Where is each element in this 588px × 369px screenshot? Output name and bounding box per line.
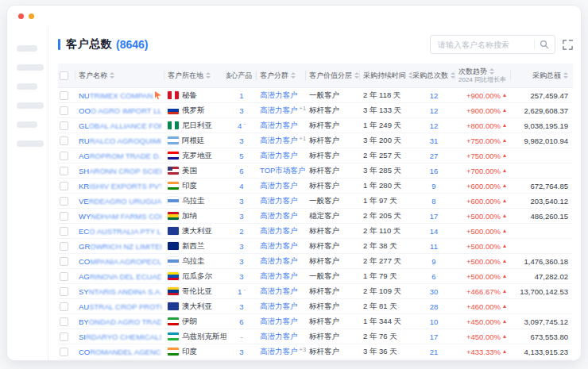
customer-name-link[interactable]: SIRDARYO CHEMICALS MCHJ X... <box>79 332 161 341</box>
main-panel: 客户总数 (8646) <box>48 26 581 360</box>
column-header-amount[interactable]: 采购总额 <box>511 63 573 87</box>
purchase-count: 21 <box>430 348 439 356</box>
purchase-count: 28 <box>430 302 439 311</box>
customer-name-link[interactable]: KRISHIV EXPORTS PVT LTD <box>79 182 161 190</box>
customer-name-link[interactable]: AUSTRAL CROP PROTECTION P... <box>79 302 161 311</box>
row-checkbox[interactable] <box>60 302 68 311</box>
table-row[interactable]: OOO AGRO IMPORT LLC俄罗斯3高潜力客户+1标杆客户3 年 13… <box>58 103 573 118</box>
table-row[interactable]: AGROPROM TRADE D.O.O克罗地亚5高潜力客户标杆客户2 年 25… <box>58 148 573 163</box>
customer-name-link[interactable]: SHARONN CROP SCIENCE INC <box>79 167 161 175</box>
trend-up-icon <box>503 214 506 217</box>
customer-name-link[interactable]: NUTRIMEX COMPANY S.A.C <box>79 91 153 100</box>
country-name: 厄瓜多尔 <box>182 271 212 282</box>
country-name: 哥伦比亚 <box>182 286 212 297</box>
sort-icon[interactable] <box>563 72 568 79</box>
search-input[interactable] <box>436 40 531 50</box>
customer-name-link[interactable]: BYONDAD AGRO TRADING CO <box>79 317 161 326</box>
column-header-duration[interactable]: 采购持续时间 <box>360 63 412 87</box>
customer-name-link[interactable]: GROWRICH NZ LIMITED <box>79 242 161 251</box>
table-row[interactable]: RURALCO AGROQUIMICOS S.A阿根廷3高潜力客户+1标杆客户3… <box>58 133 573 148</box>
row-checkbox[interactable] <box>60 212 68 221</box>
row-checkbox-cell <box>58 269 75 283</box>
table-row[interactable]: COMPANIA AGROPECUARIA DEL R...乌拉圭3高潜力客户标… <box>58 254 573 269</box>
row-checkbox[interactable] <box>60 167 68 175</box>
sort-icon[interactable] <box>291 72 296 79</box>
search-box[interactable] <box>430 35 555 54</box>
table-row[interactable]: AUSTRAL CROP PROTECTION P...澳大利亚3高潜力客户标杆… <box>58 299 573 314</box>
table-row[interactable]: WYNDHAM FARMS COMPANY LTD加纳3高潜力客户稳定客户2 年… <box>58 209 573 224</box>
table-row[interactable]: NUTRIMEX COMPANY S.A.C秘鲁1高潜力客户一般客户2 年 11… <box>58 88 573 103</box>
customer-name-link[interactable]: GLOBAL ALLIANCE FOR CHEMICA... <box>79 121 161 130</box>
core-products-cell: 3 <box>226 344 257 359</box>
column-header-tier[interactable]: 客户价值分层 <box>306 63 360 87</box>
row-checkbox[interactable] <box>60 242 68 251</box>
customer-segment-cell: 高潜力客户 <box>257 254 306 268</box>
window-close-button[interactable] <box>18 13 24 19</box>
table-row[interactable]: GLOBAL ALLIANCE FOR CHEMICA...尼日利亚4-高潜力客… <box>58 118 573 133</box>
table-row[interactable]: SIRDARYO CHEMICALS MCHJ X...乌兹别克斯坦-高潜力客户… <box>58 329 573 344</box>
trend-up-icon <box>503 320 506 323</box>
row-checkbox[interactable] <box>60 197 68 206</box>
country-flag-icon <box>168 121 179 129</box>
customer-name-link[interactable]: AGROPROM TRADE D.O.O <box>79 152 161 160</box>
fullscreen-icon[interactable] <box>563 40 573 50</box>
table-row[interactable]: SYNTARIS ANDINA S.A.S哥伦比亚1-高潜力客户标杆客户2 年 … <box>58 284 573 299</box>
row-checkbox[interactable] <box>60 121 68 130</box>
core-products-cell: 3 <box>226 269 257 283</box>
window-minimize-button[interactable] <box>29 13 34 19</box>
row-checkbox[interactable] <box>60 227 68 236</box>
customer-name-link[interactable]: AGRINOVA DEL ECUADOR S.A <box>79 272 161 281</box>
table-row[interactable]: AGRINOVA DEL ECUADOR S.A厄瓜多尔3高潜力客户一般客户1 … <box>58 269 573 284</box>
column-header-segment[interactable]: 客户分群 <box>257 63 306 87</box>
row-checkbox[interactable] <box>60 182 68 190</box>
row-checkbox[interactable] <box>60 348 68 356</box>
customer-name-link[interactable]: WYNDHAM FARMS COMPANY LTD <box>79 212 161 221</box>
row-checkbox[interactable] <box>60 332 68 341</box>
customer-name-link[interactable]: ECO AUSTRALIA PTY LIMITED <box>79 227 161 236</box>
customer-name-link[interactable]: COMPANIA AGROPECUARIA DEL R... <box>79 257 161 266</box>
sort-icon[interactable] <box>489 68 494 75</box>
column-header-trend[interactable]: 次数趋势2024 同比增长率 <box>455 63 511 87</box>
search-icon[interactable] <box>540 40 549 49</box>
segment-label: 高潜力客户 <box>260 90 298 101</box>
table-row[interactable]: SHARONN CROP SCIENCE INC美国6TOP市场客户标杆客户3 … <box>58 163 573 179</box>
table-row[interactable]: BYONDAD AGRO TRADING CO伊朗6高潜力客户标杆客户1 年 3… <box>58 314 573 329</box>
table-row[interactable]: VERDEAGRO URUGUAY S.R.L乌拉圭3高潜力客户一般客户1 年 … <box>58 194 573 209</box>
column-header-count[interactable]: 采购总次数 <box>412 63 455 87</box>
value-tier-cell: 标杆客户 <box>306 314 360 329</box>
row-checkbox[interactable] <box>60 287 68 296</box>
sort-icon[interactable] <box>354 72 359 79</box>
trend-cell: +500.00% <box>455 224 511 238</box>
table-row[interactable]: ECO AUSTRALIA PTY LIMITED澳大利亚2高潜力客户标杆客户2… <box>58 224 573 239</box>
purchase-amount: 672,764.85 <box>530 182 568 190</box>
customer-name-cell: SHARONN CROP SCIENCE INC <box>75 163 164 178</box>
name-prefix: SI <box>79 332 86 341</box>
row-checkbox[interactable] <box>60 136 68 145</box>
sort-icon[interactable] <box>110 72 114 79</box>
column-header-products[interactable]: 核心产品 <box>226 63 257 87</box>
customer-name-link[interactable]: RURALCO AGROQUIMICOS S.A <box>79 136 161 145</box>
customer-name-link[interactable]: COROMANDEL AGENCIES INDIA LTD <box>79 348 161 356</box>
row-checkbox[interactable] <box>60 91 68 100</box>
table-row[interactable]: GROWRICH NZ LIMITED新西兰3高潜力客户标杆客户2 年 38 天… <box>58 239 573 254</box>
column-header-name[interactable]: 客户名称 <box>75 63 164 87</box>
customer-name-link[interactable]: OOO AGRO IMPORT LLC <box>79 106 161 115</box>
row-checkbox[interactable] <box>60 152 68 160</box>
trend-cell: +900.00% <box>455 88 511 102</box>
purchase-count-cell: 10 <box>412 314 455 329</box>
row-checkbox[interactable] <box>60 272 68 281</box>
column-header-location[interactable]: 客户所在地 <box>164 63 226 87</box>
customer-name-link[interactable]: VERDEAGRO URUGUAY S.R.L <box>79 197 161 206</box>
name-prefix: BY <box>79 317 89 326</box>
row-checkbox[interactable] <box>60 317 68 326</box>
customer-name-link[interactable]: SYNTARIS ANDINA S.A.S <box>79 287 161 296</box>
table-row[interactable]: KRISHIV EXPORTS PVT LTD印度4高潜力客户标杆客户1 年 2… <box>58 179 573 194</box>
purchase-count: 31 <box>430 136 439 145</box>
table-row[interactable]: BRIGHTON AGRI LANKA PVT LTD斯里兰卡5高潜力客户标杆客… <box>58 359 573 361</box>
row-checkbox[interactable] <box>60 257 68 266</box>
sort-icon[interactable] <box>206 72 211 79</box>
trend-up-icon <box>503 229 506 233</box>
row-checkbox[interactable] <box>60 106 68 115</box>
select-all-checkbox[interactable] <box>60 71 68 80</box>
table-row[interactable]: COROMANDEL AGENCIES INDIA LTD印度3高潜力客户+3标… <box>58 344 573 359</box>
